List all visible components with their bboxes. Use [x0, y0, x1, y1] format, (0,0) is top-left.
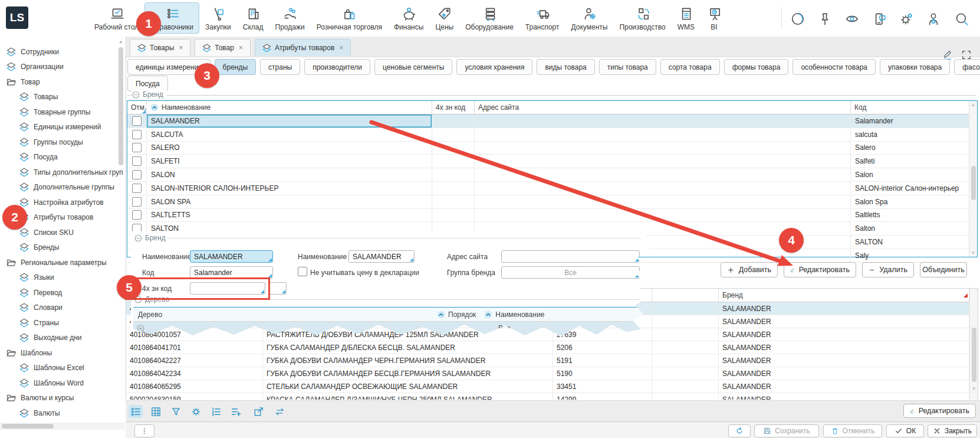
subtab-price-segments[interactable]: ценовые сегменты	[374, 59, 452, 75]
subtab-product-sorts[interactable]: сорта товара	[660, 59, 720, 75]
subtab-product-portioning[interactable]: фасовки товара	[954, 59, 980, 75]
collapse-icon[interactable]	[132, 91, 140, 99]
edit-bottom-button[interactable]: Редактировать	[903, 404, 976, 418]
ok-button[interactable]: ОК	[886, 424, 924, 437]
profile-icon[interactable]	[926, 11, 941, 27]
menu-item-retail[interactable]: Розничная торговля	[311, 2, 388, 34]
sidebar-item-product-groups[interactable]: Товарные группы	[0, 104, 118, 120]
row-mark-cell[interactable]	[127, 128, 147, 141]
scroll-down-icon[interactable]: ▼	[970, 386, 978, 391]
tree-row[interactable]: 4010864042234ГУБКА Д/ОБУВИ САЛАМАНДЕР БЕ…	[126, 367, 970, 380]
sidebar-folder-product[interactable]: Товар	[0, 74, 118, 90]
row-mark-cell[interactable]	[127, 195, 147, 208]
menu-item-equipment[interactable]: Оборудование	[459, 2, 519, 34]
sidebar-item-dictionaries[interactable]: Словари	[0, 300, 118, 316]
brand-row[interactable]: SALFETISalfeti	[127, 155, 969, 168]
subtab-product-kinds[interactable]: виды товара	[537, 59, 594, 75]
subtab-brands[interactable]: бренды	[215, 59, 256, 75]
sidebar-item-templates-excel[interactable]: Шаблоны Excel	[0, 361, 118, 376]
menu-item-prices[interactable]: Цены	[429, 2, 459, 34]
sidebar-item-products[interactable]: Товары	[0, 90, 118, 105]
tree-row[interactable]: 5000204830159КРАСКА САЛАМАНДЕР Д/ЗАМШИ/Н…	[126, 393, 970, 400]
order-col-header[interactable]: Порядок	[448, 310, 476, 319]
sidebar-item-countries[interactable]: Страны	[0, 315, 118, 331]
col-header-code[interactable]: Код	[851, 101, 969, 114]
tab-product[interactable]: Товар×	[195, 39, 251, 56]
subtab-product-types[interactable]: типы товара	[599, 59, 656, 75]
sidebar-folder-templates[interactable]: Шаблоны	[0, 345, 118, 361]
tree-row[interactable]: 4010864065295СТЕЛЬКИ САЛАМАНДЕР ОСВЕЖАЮЩ…	[126, 380, 970, 393]
row-checkbox[interactable]	[132, 156, 142, 166]
row-mark-cell[interactable]	[127, 209, 147, 222]
row-mark-cell[interactable]	[127, 168, 147, 181]
brand-table-scrollbar-thumb[interactable]	[971, 166, 976, 200]
sidebar-item-organizations[interactable]: Организации	[0, 60, 118, 75]
brand-row-salamander[interactable]: SALAMANDERSalamander	[127, 115, 969, 128]
sidebar-folder-regional[interactable]: Региональные параметры	[0, 255, 118, 270]
brand-row[interactable]: SALTLETTSSaltletts	[127, 209, 969, 223]
col-header-mark[interactable]: Отм.	[127, 101, 147, 114]
save-button[interactable]: Сохранить	[754, 424, 819, 437]
subtab-manufacturers[interactable]: производители	[304, 59, 370, 75]
tree-table-scrollbar[interactable]: ▼	[969, 289, 978, 400]
tab-close-icon[interactable]: ×	[239, 44, 243, 52]
refresh-button[interactable]	[728, 424, 751, 437]
sidebar-item-additional-group-types[interactable]: Типы дополнительных груп	[0, 165, 118, 180]
edit-button[interactable]: Редактировать	[784, 262, 856, 277]
tab-close-icon[interactable]: ×	[179, 44, 183, 52]
sidebar-item-languages[interactable]: Языки	[0, 270, 118, 286]
site-input[interactable]	[501, 250, 640, 263]
sidebar-item-currencies[interactable]: Валюты	[0, 406, 118, 421]
swap-button[interactable]	[272, 405, 287, 418]
tab-close-icon[interactable]: ×	[339, 44, 343, 52]
tree-table-scrollbar-thumb[interactable]	[972, 328, 976, 382]
sidebar-item-additional-groups[interactable]: Дополнительные группы	[0, 180, 118, 195]
row-mark-cell[interactable]	[127, 115, 147, 128]
declare-checkbox[interactable]	[298, 267, 307, 276]
add-button[interactable]: Добавить	[721, 262, 778, 277]
menu-item-warehouse[interactable]: Склад	[237, 2, 269, 34]
add-list-button[interactable]	[229, 405, 243, 418]
menu-item-desktop[interactable]: Рабочий стол	[88, 2, 144, 34]
settings-icon[interactable]	[899, 11, 914, 27]
row-checkbox[interactable]	[132, 197, 142, 207]
feedback-icon[interactable]	[872, 11, 887, 27]
name-input[interactable]: SALAMANDER	[190, 250, 273, 263]
menu-item-wms[interactable]: WMS	[672, 2, 701, 34]
row-mark-cell[interactable]	[127, 182, 147, 195]
sidebar-item-dish-groups[interactable]: Группы посуды	[0, 135, 118, 150]
tree-col-header[interactable]: Дерево	[133, 310, 162, 319]
time-icon[interactable]	[790, 11, 805, 27]
view-grid-button[interactable]	[149, 405, 163, 418]
row-checkbox[interactable]	[132, 116, 142, 126]
brand-table-scrollbar[interactable]: ▲ ▼	[969, 101, 977, 257]
menu-item-bi[interactable]: BI	[701, 2, 728, 34]
collapse-icon[interactable]	[134, 234, 142, 242]
row-checkbox[interactable]	[132, 130, 142, 139]
sidebar-item-days-off[interactable]: Выходные дни	[0, 331, 118, 346]
row-checkbox[interactable]	[132, 143, 142, 152]
table-settings-button[interactable]	[189, 405, 203, 418]
numbered-list-button[interactable]	[209, 405, 223, 418]
open-external-button[interactable]	[251, 405, 265, 418]
eye-icon[interactable]	[844, 11, 860, 27]
col-header-code4[interactable]: 4х зн код	[432, 101, 475, 114]
pin-icon[interactable]	[817, 11, 833, 27]
filter-button[interactable]	[169, 405, 183, 418]
subtab-product-features[interactable]: особенности товара	[792, 59, 876, 75]
delete-button[interactable]: Удалить	[862, 262, 914, 277]
sidebar-item-templates-word[interactable]: Шаблоны Word	[0, 375, 118, 391]
subtab-dishes[interactable]: Посуда	[127, 76, 168, 91]
sidebar-item-units[interactable]: Единицы измерений	[0, 120, 118, 135]
scroll-up-icon[interactable]: ▲	[118, 39, 124, 44]
scroll-up-icon[interactable]: ▲	[969, 102, 977, 107]
brand-row[interactable]: SALCUTAsalcuta	[127, 128, 969, 142]
col-header-name[interactable]: Наименование	[147, 101, 432, 114]
tree-row[interactable]: 4010864001057РАСТЯЖИТЕЛЬ Д/ОБУВИ САЛАМАН…	[126, 328, 970, 341]
sidebar-scrollbar-thumb[interactable]	[119, 47, 123, 165]
subtab-product-forms[interactable]: формы товара	[724, 59, 789, 75]
brand-row[interactable]: SALEROSalero	[127, 142, 969, 155]
search-icon[interactable]	[954, 11, 969, 27]
code4-stub-input[interactable]	[269, 282, 287, 295]
sidebar-folder-currencies[interactable]: Валюты и курсы	[0, 391, 118, 406]
